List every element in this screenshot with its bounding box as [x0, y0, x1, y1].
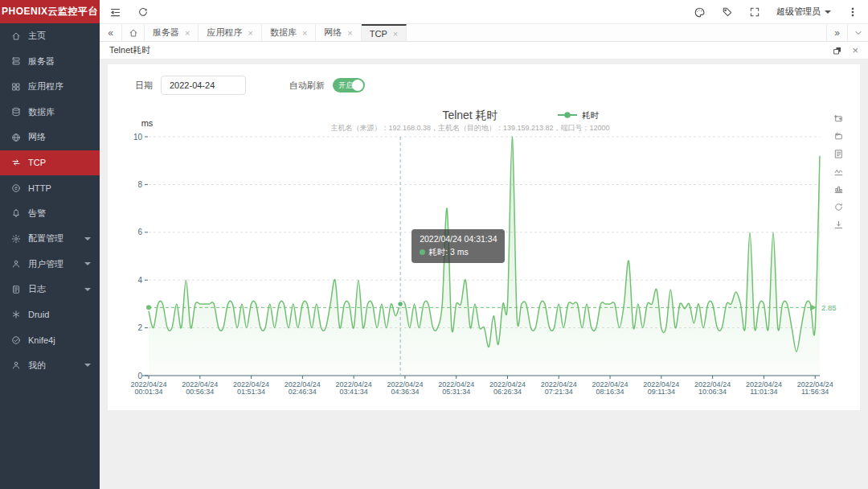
sidebar-item-users[interactable]: 用户管理: [0, 252, 100, 277]
refresh-icon: [137, 6, 149, 18]
sidebar-item-label: 我的: [28, 360, 46, 372]
sidebar-item-label: TCP: [28, 158, 46, 167]
toolbox-download-button[interactable]: [833, 217, 844, 232]
config-icon: [11, 234, 21, 244]
chevron-down-icon: [825, 10, 831, 14]
panel-title: Telnet耗时: [109, 44, 150, 56]
restore-window-button[interactable]: [833, 45, 842, 55]
chevron-down-icon: [84, 237, 91, 240]
app-logo: PHOENIX云监控平台: [0, 0, 100, 23]
tab-apps[interactable]: 应用程序 ×: [199, 24, 261, 41]
tab-network[interactable]: 网络 ×: [316, 24, 361, 41]
tab-label: 网络: [324, 27, 342, 39]
sidebar-item-knife4j[interactable]: Knife4j: [0, 327, 100, 353]
fullscreen-icon: [749, 6, 760, 18]
svg-text:主机名（来源）：192.168.0.38，主机名（目的地）：: 主机名（来源）：192.168.0.38，主机名（目的地）：139.159.21…: [330, 124, 609, 132]
refresh-button[interactable]: [137, 5, 149, 19]
sidebar-item-network[interactable]: 网络: [0, 125, 100, 150]
toolbox-data-view-button[interactable]: [833, 146, 844, 161]
home-tab-button[interactable]: [122, 24, 145, 41]
theme-button[interactable]: [694, 5, 706, 19]
tabs-scroll-right-button[interactable]: »: [826, 24, 847, 41]
close-panel-button[interactable]: ×: [852, 45, 858, 55]
svg-text:01:51:34: 01:51:34: [237, 388, 265, 396]
sidebar-item-label: 网络: [28, 131, 46, 143]
tabs: 服务器 × 应用程序 × 数据库 × 网络 × TCP ×: [145, 24, 407, 41]
http-icon: e: [11, 183, 21, 193]
download-icon: [833, 220, 844, 230]
toolbox-bar-type-button[interactable]: [833, 182, 844, 196]
knife4j-icon: [11, 335, 21, 345]
sidebar-item-server[interactable]: 服务器: [0, 49, 100, 75]
tabs-dropdown-button[interactable]: [847, 24, 868, 41]
sidebar-item-log[interactable]: 日志: [0, 277, 100, 302]
average-label: 2.85: [821, 303, 837, 312]
zoom-reset-icon: [833, 131, 844, 142]
close-tab-icon[interactable]: ×: [393, 29, 398, 39]
tabs-scroll-left-button[interactable]: «: [100, 24, 122, 41]
tcp-icon: [11, 158, 21, 167]
tab-server[interactable]: 服务器 ×: [145, 24, 199, 41]
svg-text:6: 6: [137, 228, 142, 236]
server-icon: [11, 56, 21, 66]
tab-database[interactable]: 数据库 ×: [262, 24, 316, 41]
close-tab-icon[interactable]: ×: [302, 28, 307, 38]
svg-text:4: 4: [137, 276, 142, 285]
svg-text:2: 2: [137, 323, 142, 332]
legend-item[interactable]: 耗时: [558, 110, 600, 120]
fold-sidebar-button[interactable]: [109, 5, 121, 19]
sidebar-item-apps[interactable]: 应用程序: [0, 74, 100, 100]
chevron-down-icon: [854, 28, 863, 38]
toolbox-line-type-button[interactable]: [833, 164, 844, 179]
sidebar-item-mine[interactable]: 我的: [0, 353, 100, 379]
sidebar-item-database[interactable]: 数据库: [0, 100, 100, 125]
tag-icon: [722, 6, 733, 18]
svg-text:08:16:34: 08:16:34: [596, 388, 624, 396]
network-icon: [11, 133, 21, 142]
more-vert-icon: [847, 6, 858, 18]
sidebar-item-home[interactable]: 主页: [0, 23, 100, 49]
database-icon: [11, 107, 21, 117]
sidebar-item-label: 配置管理: [28, 232, 63, 244]
close-tab-icon[interactable]: ×: [248, 28, 252, 38]
close-tab-icon[interactable]: ×: [347, 28, 352, 38]
sidebar-item-druid[interactable]: Druid: [0, 302, 100, 328]
sidebar: PHOENIX云监控平台 主页 服务器 应用程序 数据库 网络 TCP e HT…: [0, 0, 100, 489]
sidebar-item-alert[interactable]: 告警: [0, 201, 100, 227]
main-area: 超级管理员 « 服务器 × 应用程序 × 数据库 × 网络 × TCP × » …: [100, 0, 868, 489]
fullscreen-button[interactable]: [749, 5, 760, 19]
line-type-icon: [833, 166, 844, 177]
user-menu[interactable]: 超级管理员: [776, 6, 831, 18]
close-tab-icon[interactable]: ×: [185, 28, 190, 38]
chevron-down-icon: [84, 288, 91, 291]
more-button[interactable]: [847, 5, 858, 19]
sidebar-item-label: 数据库: [28, 106, 55, 118]
sidebar-item-label: 服务器: [28, 55, 55, 68]
sidebar-item-tcp[interactable]: TCP: [0, 150, 100, 176]
sidebar-item-label: Druid: [28, 310, 49, 319]
alert-icon: [11, 208, 21, 218]
user-icon: [11, 259, 21, 269]
sidebar-item-label: 主页: [28, 30, 46, 42]
svg-text:03:41:34: 03:41:34: [340, 388, 368, 396]
svg-text:05:31:34: 05:31:34: [442, 388, 470, 396]
svg-text:06:26:34: 06:26:34: [493, 388, 522, 396]
palette-icon: [694, 6, 706, 18]
svg-text:耗时: 耗时: [582, 110, 600, 120]
telnet-latency-chart: Telnet 耗时主机名（来源）：192.168.0.38，主机名（目的地）：1…: [108, 64, 860, 410]
tab-label: 应用程序: [207, 27, 242, 39]
sidebar-item-config[interactable]: 配置管理: [0, 226, 100, 252]
sidebar-item-label: Knife4j: [28, 335, 55, 345]
tag-button[interactable]: [722, 5, 733, 19]
toolbox-zoom-select-button[interactable]: [833, 111, 844, 125]
tab-tcp[interactable]: TCP ×: [362, 24, 407, 41]
chevron-down-icon: [84, 364, 91, 367]
toolbox-restore-button[interactable]: [833, 199, 844, 214]
svg-text:11:56:34: 11:56:34: [801, 388, 829, 396]
svg-text:04:36:34: 04:36:34: [391, 388, 419, 396]
home-icon: [11, 31, 21, 41]
hover-point: [398, 301, 403, 306]
panel-titlebar: Telnet耗时 ×: [100, 42, 868, 60]
toolbox-zoom-reset-button[interactable]: [833, 129, 844, 143]
sidebar-item-http[interactable]: e HTTP: [0, 175, 100, 201]
